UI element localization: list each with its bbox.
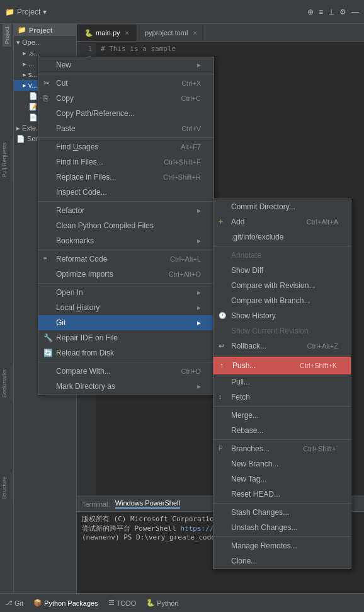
list-icon[interactable]: ≡ (319, 8, 323, 16)
toolbar-icons: ⊕ ≡ ⊥ ⚙ — (307, 8, 359, 16)
tab-pyproject[interactable]: pyproject.toml × (137, 25, 205, 41)
git-menu-show-current[interactable]: Show Current Revision (213, 323, 351, 338)
separator-3 (38, 201, 213, 202)
menu-item-cut[interactable]: ✂ Cut Ctrl+X (38, 76, 213, 91)
tree-item-open[interactable]: ▾ Ope... (14, 37, 76, 48)
git-menu-manage-remotes[interactable]: Manage Remotes... (213, 538, 351, 553)
project-label[interactable]: Project (17, 8, 40, 16)
separator-1 (38, 74, 213, 74)
menu-item-reload[interactable]: 🔄 Reload from Disk (38, 345, 213, 361)
project-header-label: Project (29, 26, 52, 34)
add-icon[interactable]: ⊕ (307, 8, 314, 16)
push-icon: ↑ (220, 360, 224, 371)
git-menu-annotate[interactable]: Annotate (213, 248, 351, 263)
menu-item-git[interactable]: Git ▸ (38, 315, 213, 330)
separator-5 (38, 283, 213, 284)
sidebar-tab-project[interactable]: Project (3, 24, 11, 47)
menu-item-find-files[interactable]: Find in Files... Ctrl+Shift+F (38, 154, 213, 170)
bookmarks-section: Bookmarks (0, 366, 11, 401)
git-menu-fetch[interactable]: ↕ Fetch (213, 390, 351, 405)
menu-item-open-in[interactable]: Open In ▸ (38, 285, 213, 300)
git-menu-clone[interactable]: Clone... (213, 553, 351, 569)
menu-item-find-usages[interactable]: Find Usages Alt+F7 (38, 139, 213, 154)
project-icon: 📁 (18, 26, 26, 34)
git-menu-stash[interactable]: Stash Changes... (213, 505, 351, 520)
reload-icon: 🔄 (43, 347, 53, 359)
arrow-icon: ▸ (197, 59, 201, 71)
menu-item-refactor[interactable]: Refactor ▸ (38, 203, 213, 218)
menu-item-compare[interactable]: Compare With... Ctrl+D (38, 364, 213, 379)
add-icon: + (219, 216, 223, 228)
git-menu-show-history[interactable]: 🕐 Show History (213, 308, 351, 323)
status-git[interactable]: ⎇ Git (5, 599, 23, 607)
status-git-label: Git (14, 599, 23, 607)
top-toolbar: 📁 Project ▾ ⊕ ≡ ⊥ ⚙ — (0, 0, 364, 24)
bookmarks-arrow: ▸ (197, 235, 201, 246)
settings-icon[interactable]: ⚙ (339, 8, 346, 16)
menu-item-replace[interactable]: Replace in Files... Ctrl+Shift+R (38, 170, 213, 185)
git-menu-add[interactable]: + Add Ctrl+Alt+A (213, 214, 351, 229)
dropdown-icon[interactable]: ▾ (43, 8, 47, 16)
minimize-icon[interactable]: — (351, 8, 359, 16)
git-menu-merge[interactable]: Merge... (213, 408, 351, 423)
editor-tabs: 🐍 main.py × pyproject.toml × (77, 24, 364, 42)
menu-item-repair[interactable]: 🔧 Repair IDE on File (38, 330, 213, 345)
tab-main-py-label: main.py (96, 29, 120, 37)
close-icon[interactable]: × (125, 29, 129, 37)
menu-item-copy[interactable]: ⎘ Copy Ctrl+C (38, 91, 213, 106)
git-sep-1 (213, 246, 351, 246)
menu-item-new[interactable]: New ▸ (38, 57, 213, 72)
git-menu-rollback[interactable]: ↩ Rollback... Ctrl+Alt+Z (213, 338, 351, 354)
terminal-tab-active[interactable]: Windows PowerShell (115, 499, 180, 509)
menu-item-local-history[interactable]: Local History ▸ (38, 300, 213, 315)
structure-section: Structure (0, 473, 11, 504)
pull-requests-tab[interactable]: Pull Requests (0, 139, 9, 182)
status-python-packages[interactable]: 📦 Python Packages (33, 599, 98, 607)
status-todo[interactable]: ☰ TODO (108, 599, 137, 607)
git-menu-exclude[interactable]: .git/info/exclude (213, 229, 351, 245)
packages-icon: 📦 (33, 599, 42, 607)
copy-icon: ⎘ (43, 93, 48, 104)
menu-item-reformat[interactable]: ≡ Reformat Code Ctrl+Alt+L (38, 251, 213, 267)
menu-item-inspect[interactable]: Inspect Code... (38, 185, 213, 200)
git-sep-6 (213, 536, 351, 537)
git-menu-branches[interactable]: P Branches... Ctrl+Shift+` (213, 441, 351, 456)
status-python[interactable]: 🐍 Python (146, 599, 178, 607)
git-menu-show-diff[interactable]: Show Diff (213, 263, 351, 278)
bookmarks-tab[interactable]: Bookmarks (0, 366, 9, 401)
status-python-label: Python (157, 599, 178, 607)
fetch-icon: ↕ (219, 391, 222, 403)
git-sep-4 (213, 439, 351, 440)
status-bar: ⎇ Git 📦 Python Packages ☰ TODO 🐍 Python (0, 593, 364, 612)
menu-item-copy-path[interactable]: Copy Path/Reference... (38, 106, 213, 121)
git-menu-new-branch[interactable]: New Branch... (213, 456, 351, 471)
split-icon[interactable]: ⊥ (328, 8, 334, 16)
git-menu-new-tag[interactable]: New Tag... (213, 471, 351, 487)
menu-item-clean[interactable]: Clean Python Compiled Files (38, 218, 213, 233)
python-icon: 🐍 (84, 29, 93, 37)
structure-tab[interactable]: Structure (0, 473, 9, 504)
menu-item-mark-dir[interactable]: Mark Directory as ▸ (38, 379, 213, 394)
toolbar-title: 📁 Project ▾ (5, 8, 47, 16)
rollback-icon: ↩ (219, 340, 225, 352)
git-menu-compare-revision[interactable]: Compare with Revision... (213, 278, 351, 293)
git-menu-rebase[interactable]: Rebase... (213, 423, 351, 438)
git-menu-commit[interactable]: Commit Directory... (213, 199, 351, 214)
menu-item-optimize[interactable]: Optimize Imports Ctrl+Alt+O (38, 267, 213, 282)
mark-dir-arrow: ▸ (197, 381, 201, 392)
todo-icon: ☰ (108, 599, 115, 607)
git-menu-reset-head[interactable]: Reset HEAD... (213, 487, 351, 502)
git-menu-compare-branch[interactable]: Compare with Branch... (213, 293, 351, 308)
git-menu-pull[interactable]: Pull... (213, 374, 351, 390)
menu-item-paste[interactable]: Paste Ctrl+V (38, 121, 213, 136)
tab-pyproject-label: pyproject.toml (145, 29, 188, 37)
git-submenu: Commit Directory... + Add Ctrl+Alt+A .gi… (213, 199, 351, 569)
git-menu-push[interactable]: ↑ Push... Ctrl+Shift+K (213, 357, 351, 374)
open-in-arrow: ▸ (197, 287, 201, 298)
git-menu-unstash[interactable]: Unstash Changes... (213, 520, 351, 535)
tab-main-py[interactable]: 🐍 main.py × (77, 25, 137, 41)
repair-icon: 🔧 (43, 332, 53, 344)
menu-item-bookmarks[interactable]: Bookmarks ▸ (38, 233, 213, 248)
close-tab-icon[interactable]: × (193, 29, 196, 37)
refactor-arrow: ▸ (197, 205, 201, 216)
